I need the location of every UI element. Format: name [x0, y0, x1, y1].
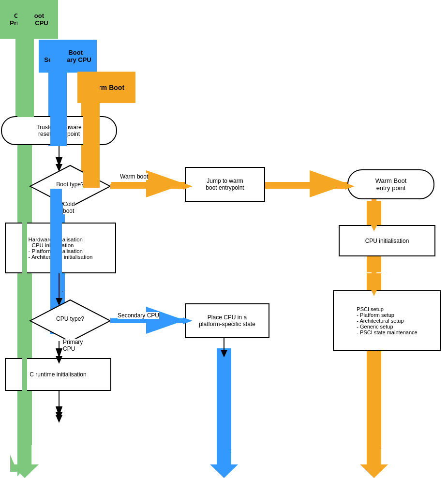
svg-rect-22	[367, 351, 381, 448]
warm-boot-flow-label: Warm boot	[120, 173, 148, 180]
flowchart-diagram: Cold Boot Primary CPU Cold Boot Secondar…	[0, 0, 448, 478]
svg-rect-17	[217, 348, 231, 450]
svg-text:Boot type?: Boot type?	[56, 181, 84, 188]
secondary-cpu-label: Secondary CPU	[118, 312, 159, 319]
primary-cpu-label: Primary CPU	[63, 339, 83, 352]
svg-marker-35	[221, 350, 227, 358]
cold-boot-secondary-label: Cold Boot Secondary CPU	[39, 40, 97, 73]
svg-marker-24	[10, 455, 25, 477]
warm-boot-entry-oval: Warm Boot entry point	[347, 169, 434, 199]
svg-marker-51	[56, 412, 62, 420]
cold-boot-flow-label: Cold boot	[63, 201, 75, 214]
svg-marker-30	[210, 445, 238, 478]
cpu-type-diamond: CPU type?	[29, 299, 111, 344]
svg-marker-31	[360, 445, 388, 478]
hw-init-box: Hardware initialisation - CPU initialisa…	[5, 223, 116, 273]
tf-reset-oval: Trusted Firmware reset entry point	[1, 116, 117, 145]
jump-to-warm-box: Jump to warm boot entrypoint	[185, 167, 265, 202]
svg-marker-33	[56, 415, 62, 423]
cold-boot-primary-label: Cold Boot Primary CPU	[0, 0, 58, 39]
psci-setup-box: PSCI setup - Platform setup - Architectu…	[333, 290, 441, 351]
place-cpu-box: Place CPU in a platform-specific state	[185, 303, 269, 338]
c-runtime-box: C runtime initialisation	[5, 358, 111, 391]
cpu-init-box: CPU initialisation	[339, 225, 435, 256]
warm-boot-label: Warm Boot	[77, 72, 135, 103]
svg-text:CPU type?: CPU type?	[56, 315, 84, 322]
svg-marker-29	[11, 445, 39, 478]
